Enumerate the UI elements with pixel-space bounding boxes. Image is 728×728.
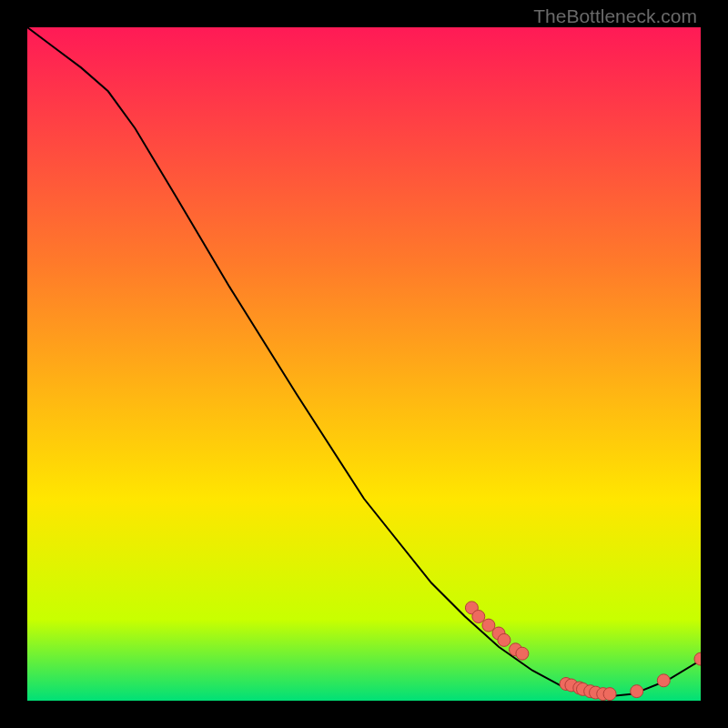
data-point	[657, 674, 670, 687]
data-point	[472, 611, 485, 623]
chart-plot	[27, 27, 701, 701]
data-point	[498, 633, 511, 646]
watermark-text: TheBottleneck.com	[533, 5, 697, 27]
data-point	[516, 647, 529, 660]
data-point	[603, 688, 616, 701]
data-point	[631, 685, 643, 698]
gradient-background	[27, 27, 701, 701]
